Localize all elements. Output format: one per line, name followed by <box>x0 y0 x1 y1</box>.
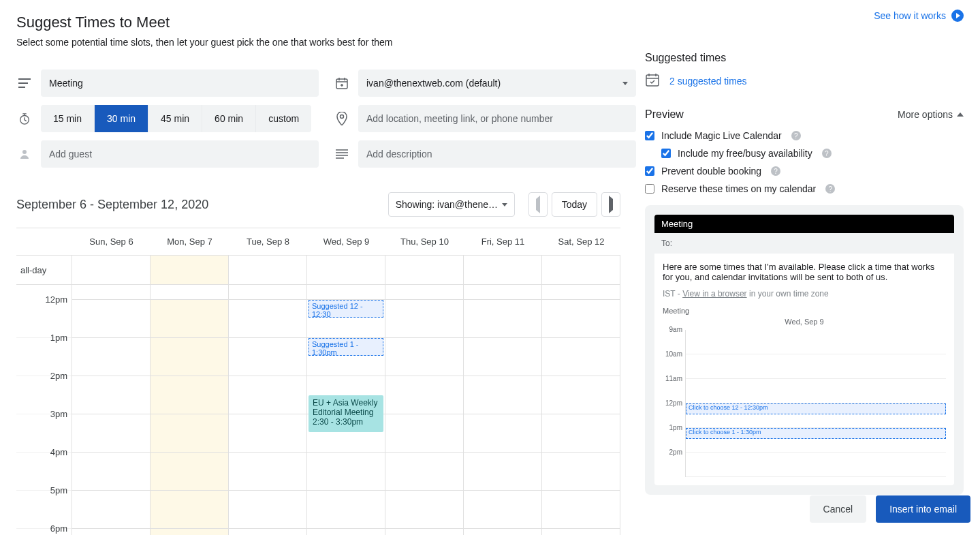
day-header: Tue, Sep 8 <box>229 228 307 255</box>
day-column[interactable] <box>464 300 542 535</box>
title-icon <box>16 78 33 88</box>
duration-button-45min[interactable]: 45 min <box>148 105 202 132</box>
allday-cell[interactable] <box>464 256 542 284</box>
description-input[interactable]: Add description <box>358 140 636 168</box>
svg-point-2 <box>341 115 344 119</box>
day-header: Wed, Sep 9 <box>307 228 385 255</box>
calendar-check-icon <box>645 72 660 89</box>
day-column[interactable]: Suggested 12 - 12:30═Suggested 1 - 1:30p… <box>307 300 385 535</box>
help-icon[interactable]: ? <box>822 149 832 158</box>
time-label: 5pm <box>50 485 67 495</box>
double-booking-checkbox[interactable] <box>645 166 654 176</box>
next-week-button[interactable] <box>601 192 620 217</box>
play-icon <box>951 10 964 22</box>
time-label: 3pm <box>50 409 67 419</box>
time-label: 12pm <box>45 294 67 305</box>
day-header: Thu, Sep 10 <box>385 228 464 255</box>
suggested-slot[interactable]: Suggested 1 - 1:30pm═ <box>309 338 383 356</box>
description-icon <box>334 149 350 159</box>
insert-into-email-button[interactable]: Insert into email <box>876 495 970 523</box>
mini-time-label: 2pm <box>663 453 686 477</box>
chevron-down-icon <box>502 203 507 207</box>
mini-suggested-slot[interactable]: Click to choose 12 - 12:30pm <box>686 403 946 414</box>
freebusy-label[interactable]: Include my free/busy availability <box>678 148 812 159</box>
showing-dropdown[interactable]: Showing: ivan@thene… <box>388 192 515 217</box>
help-icon[interactable]: ? <box>825 184 835 194</box>
day-header: Sat, Sep 12 <box>542 228 620 255</box>
allday-cell[interactable] <box>229 256 307 284</box>
reserve-label[interactable]: Reserve these times on my calendar <box>661 183 816 194</box>
svg-point-3 <box>22 150 27 154</box>
chevron-up-icon <box>957 112 964 117</box>
location-input[interactable]: Add location, meeting link, or phone num… <box>358 105 636 132</box>
location-icon <box>334 112 350 125</box>
email-subject: Meeting <box>654 215 954 233</box>
day-header: Sun, Sep 6 <box>72 228 151 255</box>
freebusy-checkbox[interactable] <box>661 149 671 158</box>
suggested-times-link[interactable]: 2 suggested times <box>669 76 747 87</box>
suggested-times-title: Suggested times <box>645 52 964 64</box>
person-icon <box>16 149 33 159</box>
guest-input[interactable]: Add guest <box>41 140 319 168</box>
allday-cell[interactable] <box>307 256 385 284</box>
day-column[interactable] <box>385 300 464 535</box>
time-label: 6pm <box>50 523 67 534</box>
cancel-button[interactable]: Cancel <box>810 495 867 523</box>
suggested-slot[interactable]: Suggested 12 - 12:30═ <box>309 300 383 318</box>
mini-date: Wed, Sep 9 <box>663 318 946 326</box>
view-in-browser-link[interactable]: View in a browser <box>682 289 747 299</box>
calendar-event[interactable]: EU + Asia Weekly Editorial Meeting2:30 -… <box>309 395 383 432</box>
duration-button-60min[interactable]: 60 min <box>202 105 256 132</box>
allday-label: all-day <box>16 256 72 284</box>
time-label: 2pm <box>50 371 67 381</box>
day-column[interactable] <box>542 300 620 535</box>
help-icon[interactable]: ? <box>791 131 801 140</box>
magic-calendar-checkbox[interactable] <box>645 131 654 140</box>
prev-week-button[interactable] <box>528 192 548 217</box>
magic-calendar-label[interactable]: Include Magic Live Calendar <box>661 130 782 141</box>
email-body-text: Here are some times that I'm available. … <box>663 262 946 282</box>
allday-cell[interactable] <box>385 256 464 284</box>
day-column[interactable] <box>72 300 151 535</box>
mini-slot[interactable] <box>686 354 946 379</box>
reserve-checkbox[interactable] <box>645 184 654 194</box>
day-header: Fri, Sep 11 <box>464 228 542 255</box>
email-to-field: To: <box>654 233 954 254</box>
page-subtitle: Select some potential time slots, then l… <box>16 37 620 48</box>
allday-cell[interactable] <box>542 256 620 284</box>
mini-slot[interactable]: Click to choose 1 - 1:30pm <box>686 428 946 453</box>
allday-cell[interactable] <box>72 256 151 284</box>
duration-button-30min[interactable]: 30 min <box>95 105 148 132</box>
svg-rect-4 <box>646 75 659 86</box>
calendar-icon <box>334 77 350 89</box>
see-how-it-works-link[interactable]: See how it works <box>874 10 964 22</box>
duration-button-custom[interactable]: custom <box>256 105 311 132</box>
mini-slot[interactable] <box>686 379 946 403</box>
page-title: Suggest Times to Meet <box>16 14 620 31</box>
meeting-title-input[interactable]: Meeting <box>41 70 319 97</box>
time-label: 4pm <box>50 447 67 457</box>
duration-button-15min[interactable]: 15 min <box>41 105 95 132</box>
more-options-toggle[interactable]: More options <box>898 109 964 120</box>
preview-title: Preview <box>645 108 684 121</box>
day-column[interactable] <box>151 300 229 535</box>
date-range: September 6 - September 12, 2020 <box>16 198 208 212</box>
mini-slot[interactable]: Click to choose 12 - 12:30pm <box>686 403 946 428</box>
chevron-down-icon <box>622 82 628 85</box>
today-button[interactable]: Today <box>552 192 597 217</box>
mini-suggested-slot[interactable]: Click to choose 1 - 1:30pm <box>686 428 946 439</box>
mini-meeting-label: Meeting <box>663 307 946 315</box>
mini-slot[interactable] <box>686 453 946 477</box>
time-label: 1pm <box>50 333 67 343</box>
day-column[interactable] <box>229 300 307 535</box>
allday-cell[interactable] <box>151 256 229 284</box>
mini-slot[interactable] <box>686 330 946 354</box>
calendar-select[interactable]: ivan@thenextweb.com (default) <box>358 70 636 97</box>
help-icon[interactable]: ? <box>771 166 780 176</box>
day-header: Mon, Sep 7 <box>151 228 229 255</box>
double-booking-label[interactable]: Prevent double booking <box>661 166 761 177</box>
duration-icon <box>16 112 33 125</box>
